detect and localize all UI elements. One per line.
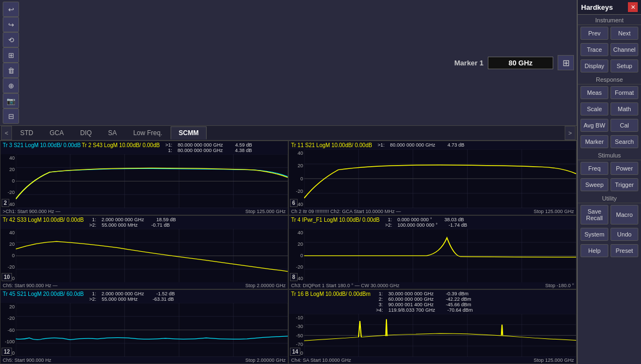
- chart-4-footer-right: Stop -180.0 °: [545, 283, 574, 288]
- help-btn[interactable]: Help: [580, 244, 608, 257]
- chart-2-markers: >1: 80.000 000 000 GHz 4.73 dB: [378, 142, 464, 148]
- scale-btn[interactable]: Scale: [580, 102, 608, 116]
- tab-sa[interactable]: SA: [100, 126, 125, 139]
- tabs-container: STDGCADIQSALow Freq.SCMM: [12, 126, 565, 139]
- marker-label: Marker 1: [455, 59, 483, 67]
- chart-2[interactable]: Tr 11 S21 LogM 10.00dB/ 0.00dB>1: 80.000…: [288, 141, 577, 215]
- tab-gca[interactable]: GCA: [41, 126, 72, 139]
- hardkeys-row: MeasFormat: [578, 84, 641, 101]
- hardkeys-section-response: Response: [578, 74, 641, 84]
- screenshot-icon[interactable]: ⊞: [3, 47, 19, 63]
- save-recall-btn[interactable]: Save Recall: [580, 205, 608, 225]
- chart-2-num-badge: 6: [290, 199, 298, 207]
- trigger-btn[interactable]: Trigger: [610, 178, 638, 191]
- trace-btn[interactable]: Trace: [580, 43, 608, 56]
- hardkeys-row: MarkerSearch: [578, 134, 641, 150]
- chart-3[interactable]: Tr 42 S33 LogM 10.00dB/ 0.00dB 1: 2.000 …: [0, 215, 288, 290]
- chart-3-header: Tr 42 S33 LogM 10.00dB/ 0.00dB 1: 2.000 …: [1, 216, 288, 229]
- chart-6[interactable]: Tr 16 B LogM 10.00dB/ 0.00dBm 1: 30.000 …: [288, 289, 577, 364]
- hardkeys-row: Avg BWCal: [578, 117, 641, 134]
- camera-icon[interactable]: 📷: [3, 93, 19, 108]
- hardkeys-panel: Hardkeys ✕ InstrumentPrevNextTraceChanne…: [577, 0, 641, 364]
- chart-2-footer-right: Stop 125.000 GHz: [534, 209, 574, 214]
- chart-6-num-badge: 14: [290, 348, 300, 356]
- setup-btn[interactable]: Setup: [610, 59, 638, 72]
- hardkeys-header: Hardkeys ✕: [578, 0, 641, 15]
- format-btn[interactable]: Format: [610, 86, 638, 99]
- chart-4-num-badge: 8: [290, 273, 298, 281]
- chart-4[interactable]: Tr 4 IPwr_F1 LogM 10.00dB/ 0.00dB 1: 0.0…: [288, 215, 577, 290]
- macro-btn[interactable]: Macro: [610, 205, 638, 225]
- chart-4-header: Tr 4 IPwr_F1 LogM 10.00dB/ 0.00dB 1: 0.0…: [289, 216, 576, 229]
- chart-4-footer-left: Ch3: DIQPort 1 Start 180.0 ° — CW 30.000…: [291, 283, 400, 288]
- prev-btn[interactable]: Prev: [580, 27, 608, 40]
- chart-5-svg: [16, 303, 288, 357]
- chart-3-canvas: 40200-20-4010: [1, 229, 288, 283]
- chart-6-footer-left: Ch4: SA Start 10.0000 GHz: [291, 357, 351, 363]
- chart-1-markers: >1: 80.000 000 000 GHz 4.59 dB 1: 80.000…: [165, 142, 252, 153]
- tab-nav-prev[interactable]: <: [1, 126, 12, 140]
- marker-btn[interactable]: Marker: [580, 135, 608, 148]
- undo-icon[interactable]: ↩: [3, 2, 19, 17]
- math-btn[interactable]: Math: [610, 102, 638, 116]
- undo-btn[interactable]: Undo: [610, 228, 638, 241]
- hardkeys-close-button[interactable]: ✕: [628, 2, 638, 12]
- chart-6-footer: Ch4: SA Start 10.0000 GHzStop 125.000 GH…: [289, 357, 576, 363]
- delete-icon[interactable]: 🗑: [3, 63, 19, 78]
- hardkeys-row: PrevNext: [578, 25, 641, 41]
- avgbw-btn[interactable]: Avg BW: [580, 119, 608, 132]
- display-btn[interactable]: Display: [580, 59, 608, 72]
- chart-5-num-badge: 12: [2, 348, 12, 356]
- chart-1-num-badge: 2: [2, 199, 9, 207]
- chart-4-footer: Ch3: DIQPort 1 Start 180.0 ° — CW 30.000…: [289, 282, 576, 289]
- cal-btn[interactable]: Cal: [610, 119, 638, 132]
- power-btn[interactable]: Power: [610, 162, 638, 175]
- chart-2-title-yellow: Tr 11 S21 LogM 10.00dB/ 0.00dB: [291, 142, 372, 148]
- search-btn[interactable]: Search: [610, 135, 638, 148]
- tab-std[interactable]: STD: [12, 126, 41, 139]
- chart-2-svg: [304, 149, 576, 208]
- toolbar: ↩↪⟲⊞🗑⊕📷⊟ Marker 1 80 GHz ⊞: [0, 0, 577, 126]
- chart-3-footer-right: Stop 2.00000 GHz: [245, 283, 286, 288]
- tab-scmm[interactable]: SCMM: [171, 126, 207, 139]
- marker-value-display[interactable]: 80 GHz: [488, 57, 553, 69]
- chart-5-markers: 1: 2.000 000 000 GHz -1.52 dB >2: 55.000…: [89, 291, 175, 302]
- tab-low-freq.[interactable]: Low Freq.: [125, 126, 170, 139]
- chart-2-footer: Ch 2 Itr 09 !!!!!!!!!! Ch2: GCA Start 10…: [289, 208, 576, 215]
- chart-1-footer-left: >Ch1: Start 900.000 Hz —: [3, 209, 61, 214]
- hardkeys-row: HelpPreset: [578, 242, 641, 259]
- hardkeys-section-instrument: Instrument: [578, 15, 641, 25]
- chart-1[interactable]: Tr 3 S21 LogM 10.00dB/ 0.00dBTr 2 S43 Lo…: [0, 141, 288, 215]
- chart-3-title-yellow: Tr 42 S33 LogM 10.00dB/ 0.00dB: [3, 217, 84, 223]
- chart-6-markers: 1: 30.000 000 000 GHz -0.39 dBm 2: 60.00…: [376, 291, 473, 313]
- preset-btn[interactable]: Preset: [610, 244, 638, 257]
- meas-btn[interactable]: Meas: [580, 86, 608, 99]
- chart-5-footer-left: Ch5: Start 900.000 Hz: [3, 357, 51, 363]
- chart-6-header: Tr 16 B LogM 10.00dB/ 0.00dBm 1: 30.000 …: [289, 290, 576, 314]
- system-btn[interactable]: System: [580, 228, 608, 241]
- redo-icon[interactable]: ↪: [3, 17, 19, 32]
- tab-diq[interactable]: DIQ: [72, 126, 100, 139]
- chart-1-title-cyan: Tr 3 S21 LogM 10.00dB/ 0.00dB: [3, 142, 81, 148]
- hardkeys-row: ScaleMath: [578, 101, 641, 117]
- zoom-icon[interactable]: ⊕: [3, 78, 19, 93]
- marker-calc-button[interactable]: ⊞: [558, 55, 574, 70]
- next-btn[interactable]: Next: [610, 27, 638, 40]
- chart-5[interactable]: Tr 45 S21 LogM 20.00dB/ 60.0dB 1: 2.000 …: [0, 289, 288, 364]
- tab-nav-next[interactable]: >: [565, 126, 576, 140]
- chart-4-title-yellow: Tr 4 IPwr_F1 LogM 10.00dB/ 0.00dB: [291, 217, 380, 223]
- action-icon[interactable]: ⟲: [3, 32, 19, 47]
- hardkeys-row: Save RecallMacro: [578, 203, 641, 226]
- export-icon[interactable]: ⊟: [3, 108, 19, 124]
- chart-1-canvas: 40200-20-402: [1, 154, 288, 208]
- chart-3-num-badge: 10: [2, 273, 12, 281]
- chart-3-svg: [16, 229, 288, 283]
- chart-2-canvas: 40200-20-406: [289, 149, 576, 208]
- chart-4-markers: 1: 0.000 000 000 ° 38.03 dB >2: 100.000 …: [385, 217, 467, 228]
- hardkeys-row: SweepTrigger: [578, 177, 641, 193]
- sweep-btn[interactable]: Sweep: [580, 178, 608, 191]
- freq-btn[interactable]: Freq: [580, 162, 608, 175]
- hardkeys-row: FreqPower: [578, 160, 641, 177]
- channel-btn[interactable]: Channel: [610, 43, 638, 56]
- tab-bar: < STDGCADIQSALow Freq.SCMM >: [0, 126, 577, 141]
